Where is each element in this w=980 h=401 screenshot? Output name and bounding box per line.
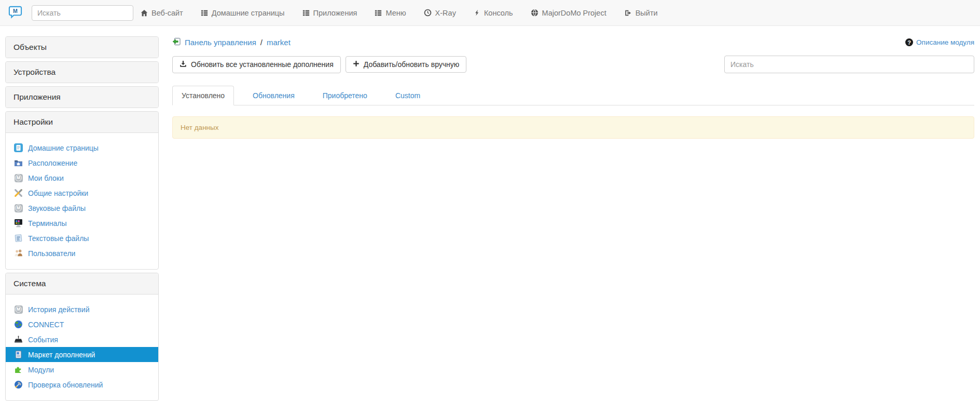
- sidebar-item-text-files[interactable]: Текстовые файлы: [6, 231, 158, 246]
- sidebar-section-settings-body: Домашние страницы Расположение Мои блоки: [6, 133, 158, 269]
- nav-item-xray[interactable]: X-Ray: [424, 9, 456, 17]
- sidebar-section-applications: Приложения: [5, 86, 159, 108]
- svg-text:M: M: [13, 8, 18, 14]
- no-data-alert: Нет данных: [172, 116, 974, 139]
- bolt-icon: [474, 9, 480, 17]
- nav-item-label: Веб-сайт: [151, 9, 183, 17]
- nav-item-label: Консоль: [484, 9, 513, 17]
- module-tabs: Установлено Обновления Приобретено Custo…: [172, 86, 974, 105]
- update-all-addons-button[interactable]: Обновить все установленные дополнения: [172, 56, 341, 73]
- download-icon: [180, 60, 187, 69]
- sidebar-item-label: Пользователи: [28, 249, 75, 258]
- sidebar-item-label: Расположение: [28, 159, 77, 167]
- majordomo-m-icon: [14, 305, 23, 314]
- sidebar-item-location[interactable]: Расположение: [6, 155, 158, 170]
- nav-item-label: Домашние страницы: [212, 9, 285, 17]
- notepad-icon: [14, 234, 23, 243]
- sidebar-item-label: Маркет дополнений: [28, 351, 95, 359]
- nav-item-home-pages[interactable]: Домашние страницы: [201, 9, 285, 17]
- sidebar-section-devices: Устройства: [5, 61, 159, 83]
- clock-icon: [424, 9, 432, 17]
- list-icon: [302, 9, 310, 17]
- sidebar-item-my-blocks[interactable]: Мои блоки: [6, 170, 158, 185]
- sidebar-section-settings-header[interactable]: Настройки: [6, 112, 158, 133]
- majordomo-m-icon: [14, 173, 23, 182]
- sidebar-item-action-history[interactable]: История действий: [6, 302, 158, 317]
- nav-item-menu[interactable]: Меню: [375, 9, 406, 17]
- sidebar-item-label: История действий: [28, 305, 89, 314]
- sidebar-item-events[interactable]: События: [6, 332, 158, 347]
- tab-custom[interactable]: Custom: [386, 86, 430, 105]
- sidebar-item-modules[interactable]: Модули: [6, 362, 158, 377]
- sidebar-item-terminals[interactable]: Терминалы: [6, 216, 158, 231]
- addons-search-input[interactable]: [724, 56, 974, 73]
- sidebar-item-label: Терминалы: [28, 219, 67, 228]
- nav-item-label: Приложения: [313, 9, 357, 17]
- module-description-label: Описание модуля: [916, 38, 974, 46]
- sidebar-item-home-pages[interactable]: Домашние страницы: [6, 140, 158, 155]
- sidebar-item-connect[interactable]: CONNECT: [6, 317, 158, 332]
- document-icon: [14, 143, 23, 152]
- majordomo-m-icon: [14, 204, 23, 212]
- market-icon: [14, 350, 23, 359]
- earth-icon: [14, 320, 23, 329]
- sidebar-section-system-body: История действий CONNECT События: [6, 295, 158, 400]
- sidebar-section-settings: Настройки Домашние страницы Расположение: [5, 111, 159, 270]
- nav-item-applications[interactable]: Приложения: [302, 9, 357, 17]
- sidebar-item-label: Общие настройки: [28, 189, 88, 197]
- sidebar-section-objects: Объекты: [5, 36, 159, 58]
- top-search-input[interactable]: [32, 5, 133, 21]
- nav-item-logout[interactable]: Выйти: [624, 9, 658, 17]
- breadcrumb-root-link[interactable]: Панель управления: [185, 38, 256, 47]
- monitor-icon: [14, 219, 23, 228]
- sidebar-item-users[interactable]: Пользователи: [6, 246, 158, 261]
- sidebar-item-market[interactable]: Маркет дополнений: [6, 347, 158, 362]
- button-label: Добавить/обновить вручную: [364, 60, 460, 69]
- logout-icon: [624, 9, 632, 17]
- list-icon: [375, 9, 382, 17]
- update-check-icon: [14, 380, 23, 389]
- users-icon: [14, 249, 23, 258]
- module-description-link[interactable]: ? Описание модуля: [905, 38, 974, 46]
- main-content: Панель управления / market ? Описание мо…: [172, 36, 974, 139]
- breadcrumb-current-link[interactable]: market: [267, 38, 291, 47]
- sidebar-item-label: CONNECT: [28, 320, 64, 329]
- majordomo-logo[interactable]: M: [8, 5, 22, 20]
- help-icon: ?: [905, 38, 913, 46]
- nav-item-majordomo-project[interactable]: MajorDoMo Project: [531, 9, 606, 17]
- breadcrumb-separator: /: [260, 38, 263, 47]
- plus-icon: [353, 60, 360, 69]
- sidebar-item-label: Домашние страницы: [28, 144, 99, 152]
- sidebar-item-label: Звуковые файлы: [28, 204, 86, 212]
- tab-purchased[interactable]: Приобретено: [313, 86, 377, 105]
- sidebar-section-system-header[interactable]: Система: [6, 273, 158, 295]
- sidebar-section-applications-header[interactable]: Приложения: [6, 87, 158, 108]
- add-update-manually-button[interactable]: Добавить/обновить вручную: [346, 56, 467, 73]
- button-label: Обновить все установленные дополнения: [191, 60, 334, 69]
- sidebar-item-update-check[interactable]: Проверка обновлений: [6, 377, 158, 392]
- nav-item-label: Выйти: [636, 9, 658, 17]
- back-icon[interactable]: [172, 37, 181, 47]
- home-icon: [141, 9, 148, 17]
- nav-item-console[interactable]: Консоль: [474, 9, 513, 17]
- sidebar-item-label: Проверка обновлений: [28, 381, 103, 389]
- nav-item-label: X-Ray: [435, 9, 456, 17]
- sidebar: Объекты Устройства Приложения Настройки …: [5, 36, 159, 401]
- nav-item-label: MajorDoMo Project: [542, 9, 606, 17]
- puzzle-icon: [14, 365, 23, 374]
- sidebar-item-general-settings[interactable]: Общие настройки: [6, 185, 158, 200]
- sidebar-section-objects-header[interactable]: Объекты: [6, 37, 158, 58]
- tab-updates[interactable]: Обновления: [243, 86, 304, 105]
- sidebar-item-label: Текстовые файлы: [28, 234, 89, 243]
- sidebar-section-devices-header[interactable]: Устройства: [6, 62, 158, 83]
- nav-item-website[interactable]: Веб-сайт: [141, 9, 183, 17]
- globe-icon: [531, 9, 539, 17]
- sidebar-section-system: Система История действий CONNECT Собы: [5, 273, 159, 401]
- tab-installed[interactable]: Установлено: [172, 86, 234, 105]
- breadcrumb: Панель управления / market: [172, 37, 291, 47]
- nav-item-label: Меню: [385, 9, 406, 17]
- sidebar-item-sound-files[interactable]: Звуковые файлы: [6, 200, 158, 216]
- sidebar-item-label: Модули: [28, 366, 54, 374]
- folder-home-icon: [14, 158, 23, 167]
- sidebar-item-label: Мои блоки: [28, 174, 64, 182]
